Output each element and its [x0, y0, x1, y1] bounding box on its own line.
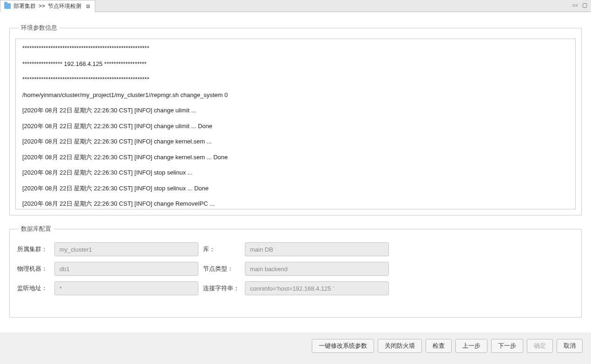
tab-title: 节点环境检测: [48, 2, 81, 10]
prev-button[interactable]: 上一步: [455, 339, 487, 353]
db-config-group: 数据库配置 所属集群： my_cluster1 库： main DB 物理机器：…: [9, 225, 582, 318]
conn-label: 连接字符串：: [203, 284, 240, 292]
log-output[interactable]: ****************************************…: [15, 39, 576, 209]
folder-icon: [4, 3, 11, 9]
db-config-form: 所属集群： my_cluster1 库： main DB 物理机器： db1 节…: [15, 240, 576, 297]
cancel-button[interactable]: 取消: [557, 339, 583, 353]
wizard-buttons: 一键修改系统参数 关闭防火墙 检查 上一步 下一步 确定 取消: [0, 332, 591, 353]
host-label: 物理机器：: [17, 265, 50, 273]
maximize-icon[interactable]: ▢: [582, 2, 587, 8]
next-button[interactable]: 下一步: [491, 339, 523, 353]
log-line: ****************************************…: [22, 44, 569, 53]
close-tab-icon[interactable]: ⊠: [86, 3, 90, 9]
close-firewall-button[interactable]: 关闭防火墙: [378, 339, 422, 353]
db-value: main DB: [250, 246, 273, 253]
log-line: ***************** 192.168.4.125 ********…: [22, 59, 569, 69]
cluster-value: my_cluster1: [59, 246, 92, 253]
nodetype-field: main backend: [245, 262, 389, 276]
nodetype-value: main backend: [250, 266, 288, 273]
listen-value: *: [59, 285, 62, 292]
env-params-legend: 环境参数信息: [18, 24, 60, 32]
log-line: [2020年 08月 22日 星期六 22:26:30 CST] [INFO] …: [22, 168, 569, 177]
minimize-icon[interactable]: ▭: [572, 2, 578, 8]
listen-field: *: [54, 281, 198, 295]
db-config-legend: 数据库配置: [18, 225, 54, 233]
log-line: [2020年 08月 22日 星期六 22:26:30 CST] [INFO] …: [22, 122, 569, 131]
breadcrumb-parent: 部署集群: [13, 2, 36, 10]
host-value: db1: [59, 266, 70, 273]
breadcrumb-sep: >>: [39, 3, 45, 9]
cluster-field: my_cluster1: [54, 242, 198, 256]
cluster-label: 所属集群：: [17, 245, 50, 254]
db-field: main DB: [245, 242, 389, 256]
nodetype-label: 节点类型：: [203, 265, 240, 273]
tab-bar: 部署集群 >> 节点环境检测 ⊠ ▭ ▢: [0, 0, 591, 12]
log-line: /home/yinman/cluster/my_project1/my_clus…: [22, 91, 569, 100]
ok-button: 确定: [527, 339, 553, 353]
conn-value: conninfo='host=192.168.4.125 ': [250, 285, 334, 292]
listen-label: 监听地址：: [17, 284, 50, 292]
log-line: [2020年 08月 22日 星期六 22:26:30 CST] [INFO] …: [22, 106, 569, 115]
host-field: db1: [54, 262, 198, 276]
main-content: 环境参数信息 *********************************…: [0, 12, 591, 332]
log-line: [2020年 08月 22日 星期六 22:26:30 CST] [INFO] …: [22, 199, 569, 208]
window-controls: ▭ ▢: [572, 2, 587, 8]
conn-field: conninfo='host=192.168.4.125 ': [245, 281, 389, 295]
log-line: [2020年 08月 22日 星期六 22:26:30 CST] [INFO] …: [22, 184, 569, 193]
active-tab[interactable]: 部署集群 >> 节点环境检测 ⊠: [0, 0, 95, 12]
modify-params-button[interactable]: 一键修改系统参数: [312, 339, 374, 353]
log-line: ****************************************…: [22, 75, 569, 84]
check-button[interactable]: 检查: [426, 339, 452, 353]
log-line: [2020年 08月 22日 星期六 22:26:30 CST] [INFO] …: [22, 153, 569, 162]
db-label: 库：: [203, 245, 240, 254]
env-params-group: 环境参数信息 *********************************…: [9, 24, 582, 215]
log-line: [2020年 08月 22日 星期六 22:26:30 CST] [INFO] …: [22, 137, 569, 146]
